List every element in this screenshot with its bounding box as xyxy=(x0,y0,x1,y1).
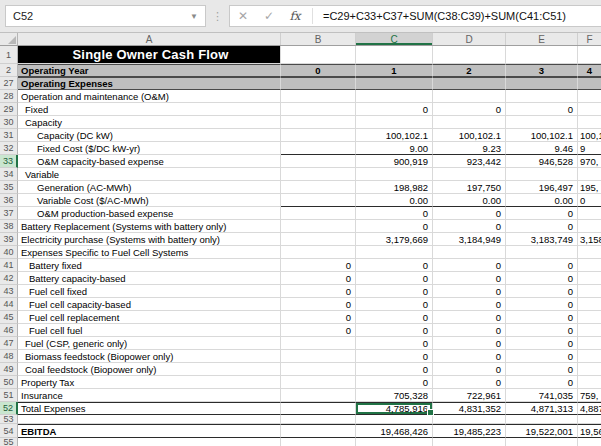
cell-D32[interactable]: 9.23 xyxy=(433,142,506,155)
cell-A30[interactable]: Capacity xyxy=(18,116,281,129)
cell-D28[interactable] xyxy=(433,90,506,103)
cell-D52[interactable]: 4,831,352 xyxy=(433,402,506,415)
cell-E1[interactable] xyxy=(506,46,578,64)
cell-C32[interactable]: 9.00 xyxy=(356,142,433,155)
cell-A52[interactable]: Total Expenses xyxy=(18,402,281,415)
cell-B54[interactable] xyxy=(281,424,356,438)
cell-C38[interactable]: 0 xyxy=(356,220,433,233)
cell-B40[interactable] xyxy=(281,246,356,259)
row-header-31[interactable]: 31 xyxy=(0,129,18,142)
cell-D33[interactable]: 923,442 xyxy=(433,155,506,168)
row-header-48[interactable]: 48 xyxy=(0,350,18,363)
cell-C44[interactable]: 0 xyxy=(356,298,433,311)
cell-C35[interactable]: 198,982 xyxy=(356,181,433,194)
cell-A39[interactable]: Electricity purchase (Systems with batte… xyxy=(18,233,281,246)
cell-F2[interactable]: 4 xyxy=(578,64,601,77)
cell-F40[interactable] xyxy=(578,246,601,259)
cell-B50[interactable] xyxy=(281,376,356,389)
cell-E33[interactable]: 946,528 xyxy=(506,155,578,168)
cell-E29[interactable]: 0 xyxy=(506,103,578,116)
cell-F35[interactable]: 195, xyxy=(578,181,601,194)
cell-C51[interactable]: 705,328 xyxy=(356,389,433,402)
cell-F54[interactable]: 19,565, xyxy=(578,424,601,438)
cell-D43[interactable]: 0 xyxy=(433,285,506,298)
cell-F1[interactable] xyxy=(578,46,601,64)
column-header-F[interactable]: F xyxy=(578,33,601,45)
cell-E49[interactable]: 0 xyxy=(506,363,578,376)
column-header-C[interactable]: C xyxy=(356,33,433,45)
cell-B28[interactable] xyxy=(281,90,356,103)
cell-E36[interactable]: 0.00 xyxy=(506,194,578,207)
row-header-28[interactable]: 28 xyxy=(0,90,18,103)
cell-E41[interactable]: 0 xyxy=(506,259,578,272)
cell-F51[interactable]: 759, xyxy=(578,389,601,402)
cell-C41[interactable]: 0 xyxy=(356,259,433,272)
cell-B45[interactable]: 0 xyxy=(281,311,356,324)
cell-E46[interactable]: 0 xyxy=(506,324,578,337)
row-header-35[interactable]: 35 xyxy=(0,181,18,194)
column-header-A[interactable]: A xyxy=(18,33,281,45)
cell-E43[interactable]: 0 xyxy=(506,285,578,298)
row-header-27[interactable]: 27 xyxy=(0,77,18,90)
cell-E31[interactable]: 100,102.1 xyxy=(506,129,578,142)
cell-E27[interactable] xyxy=(506,77,578,90)
cell-E34[interactable] xyxy=(506,168,578,181)
cell-F37[interactable] xyxy=(578,207,601,220)
cell-B39[interactable] xyxy=(281,233,356,246)
cell-E44[interactable]: 0 xyxy=(506,298,578,311)
cell-A47[interactable]: Fuel (CSP, generic only) xyxy=(18,337,281,350)
name-box-dropdown-icon[interactable]: ▼ xyxy=(183,12,205,21)
cell-A46[interactable]: Fuel cell fuel xyxy=(18,324,281,337)
cell-C29[interactable]: 0 xyxy=(356,103,433,116)
cell-F49[interactable] xyxy=(578,363,601,376)
cell-F32[interactable]: 9 xyxy=(578,142,601,155)
cell-B47[interactable] xyxy=(281,337,356,350)
cell-D50[interactable]: 0 xyxy=(433,376,506,389)
cell-D38[interactable]: 0 xyxy=(433,220,506,233)
cell-C47[interactable]: 0 xyxy=(356,337,433,350)
cell-E48[interactable]: 0 xyxy=(506,350,578,363)
row-header-41[interactable]: 41 xyxy=(0,259,18,272)
cell-F38[interactable] xyxy=(578,220,601,233)
cell-C27[interactable] xyxy=(356,77,433,90)
cell-B1[interactable] xyxy=(281,46,356,64)
row-header-1[interactable]: 1 xyxy=(0,46,18,64)
cell-C31[interactable]: 100,102.1 xyxy=(356,129,433,142)
cell-D41[interactable]: 0 xyxy=(433,259,506,272)
cell-C34[interactable] xyxy=(356,168,433,181)
cell-F36[interactable]: 0 xyxy=(578,194,601,207)
cell-B35[interactable] xyxy=(281,181,356,194)
cell-D42[interactable]: 0 xyxy=(433,272,506,285)
cell-B55[interactable] xyxy=(281,438,356,446)
cell-E52[interactable]: 4,871,313 xyxy=(506,402,578,415)
cell-F28[interactable] xyxy=(578,90,601,103)
cell-D53[interactable] xyxy=(433,415,506,424)
cell-B32[interactable] xyxy=(281,142,356,155)
cell-D31[interactable]: 100,102.1 xyxy=(433,129,506,142)
cell-B51[interactable] xyxy=(281,389,356,402)
row-header-32[interactable]: 32 xyxy=(0,142,18,155)
cell-F43[interactable] xyxy=(578,285,601,298)
column-header-E[interactable]: E xyxy=(506,33,578,45)
cell-B27[interactable] xyxy=(281,77,356,90)
cell-C36[interactable]: 0.00 xyxy=(356,194,433,207)
cell-C50[interactable]: 0 xyxy=(356,376,433,389)
cell-F39[interactable]: 3,158, xyxy=(578,233,601,246)
cell-F41[interactable] xyxy=(578,259,601,272)
cell-E39[interactable]: 3,183,749 xyxy=(506,233,578,246)
cell-E37[interactable]: 0 xyxy=(506,207,578,220)
cell-C42[interactable]: 0 xyxy=(356,272,433,285)
cell-C39[interactable]: 3,179,669 xyxy=(356,233,433,246)
cell-D34[interactable] xyxy=(433,168,506,181)
cell-C53[interactable] xyxy=(356,415,433,424)
row-header-29[interactable]: 29 xyxy=(0,103,18,116)
row-header-36[interactable]: 36 xyxy=(0,194,18,207)
cell-C28[interactable] xyxy=(356,90,433,103)
row-header-33[interactable]: 33 xyxy=(0,155,18,168)
cell-B53[interactable] xyxy=(281,415,356,424)
row-header-45[interactable]: 45 xyxy=(0,311,18,324)
cell-D37[interactable]: 0 xyxy=(433,207,506,220)
cell-C43[interactable]: 0 xyxy=(356,285,433,298)
row-header-47[interactable]: 47 xyxy=(0,337,18,350)
cell-E54[interactable]: 19,522,001 xyxy=(506,424,578,438)
